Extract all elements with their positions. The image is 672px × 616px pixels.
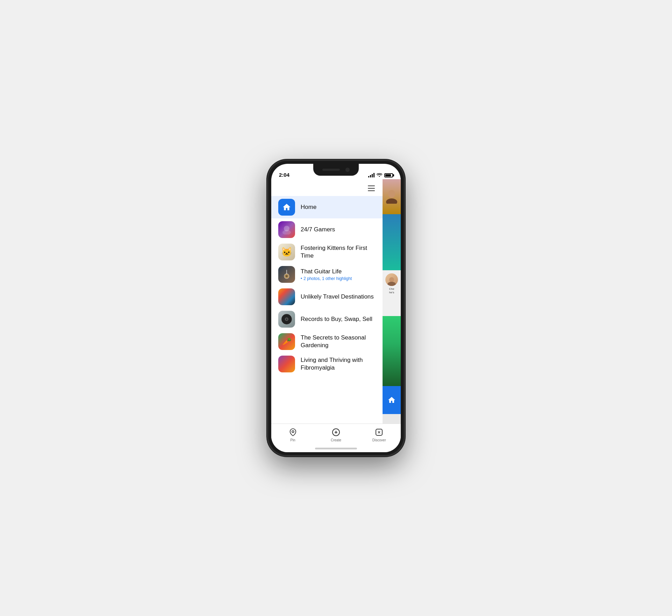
svg-point-5 (282, 230, 291, 234)
guitar-item-title: That Guitar Life (301, 268, 376, 275)
seasonal-thumb: 🥕 (278, 333, 295, 350)
svg-point-3 (387, 282, 396, 286)
pin-label: Pin (290, 438, 295, 442)
drawer-item-guitar[interactable]: That Guitar Life 2 photos, 1 other highl… (271, 263, 383, 286)
wifi-icon (377, 173, 382, 178)
records-item-text: Records to Buy, Swap, Sell (301, 315, 376, 323)
svg-point-8 (286, 275, 288, 277)
fibromyalgia-thumb (278, 356, 295, 372)
right-card-5 (383, 386, 401, 414)
guitar-icon (282, 269, 291, 280)
hamburger-line-3 (368, 190, 375, 191)
guitar-thumb (278, 266, 295, 283)
nav-item-discover[interactable]: Discover (358, 427, 401, 442)
gamers-item-text: 24/7 Gamers (301, 226, 376, 233)
travel-thumb (278, 288, 295, 305)
gamers-icon (282, 225, 292, 234)
records-thumb (278, 311, 295, 328)
drawer: Home 24/7 Gamers (271, 179, 383, 424)
svg-point-1 (386, 198, 397, 204)
nav-item-create[interactable]: Create (314, 427, 357, 442)
travel-item-title: Unlikely Travel Destinations (301, 293, 376, 301)
svg-point-0 (388, 190, 395, 198)
right-panel: Chehe's (383, 179, 401, 424)
records-icon (281, 313, 293, 325)
content-area: Chehe's (271, 179, 401, 424)
phone-device: 2:04 (268, 160, 404, 456)
hamburger-button[interactable] (365, 182, 378, 195)
guitar-item-subtitle: 2 photos, 1 other highlight (301, 276, 376, 281)
phone-screen: 2:04 (271, 164, 401, 452)
kittens-item-title: Fostering Kittens for First Time (301, 244, 376, 260)
svg-point-11 (286, 318, 287, 320)
right-card-3: Chehe's (383, 271, 401, 316)
bottom-nav: Pin Create (271, 424, 401, 452)
hamburger-line-1 (368, 186, 375, 186)
home-thumb (278, 199, 295, 216)
drawer-item-travel[interactable]: Unlikely Travel Destinations (271, 286, 383, 308)
camera (345, 168, 350, 172)
drawer-item-kittens[interactable]: 🐱 Fostering Kittens for First Time (271, 241, 383, 263)
right-panel-text: Chehe's (388, 287, 395, 295)
create-icon (331, 427, 341, 437)
right-card-4 (383, 316, 401, 386)
seasonal-item-text: The Secrets to Seasonal Gardening (301, 334, 376, 349)
drawer-item-fibromyalgia[interactable]: Living and Thriving with Fibromyalgia (271, 353, 383, 375)
gamers-thumb (278, 221, 295, 238)
fibromyalgia-item-title: Living and Thriving with Fibromyalgia (301, 356, 376, 372)
travel-item-text: Unlikely Travel Destinations (301, 293, 376, 301)
records-item-title: Records to Buy, Swap, Sell (301, 315, 376, 323)
hamburger-line-2 (368, 188, 375, 189)
home-item-title: Home (301, 203, 376, 211)
svg-point-2 (389, 277, 394, 282)
drawer-item-seasonal[interactable]: 🥕 The Secrets to Seasonal Gardening (271, 330, 383, 353)
status-icons (368, 173, 393, 178)
signal-icon (368, 173, 374, 177)
battery-fill (385, 174, 391, 176)
home-indicator (315, 448, 357, 449)
speaker (322, 169, 340, 171)
status-time: 2:04 (279, 172, 289, 178)
svg-point-12 (292, 430, 294, 433)
home-item-text: Home (301, 203, 376, 211)
fibromyalgia-item-text: Living and Thriving with Fibromyalgia (301, 356, 376, 372)
notch (313, 164, 359, 176)
gamers-item-title: 24/7 Gamers (301, 226, 376, 233)
battery-icon (384, 173, 393, 177)
kittens-thumb: 🐱 (278, 244, 295, 260)
kittens-icon: 🐱 (281, 247, 292, 258)
discover-label: Discover (372, 438, 386, 442)
kittens-item-text: Fostering Kittens for First Time (301, 244, 376, 260)
drawer-item-records[interactable]: Records to Buy, Swap, Sell (271, 308, 383, 330)
guitar-item-text: That Guitar Life 2 photos, 1 other highl… (301, 268, 376, 281)
seasonal-icon: 🥕 (282, 337, 292, 346)
drawer-item-home[interactable]: Home (271, 196, 383, 218)
right-card-1 (383, 179, 401, 214)
home-icon (282, 203, 291, 212)
create-label: Create (331, 438, 341, 442)
drawer-header (271, 179, 383, 196)
pin-icon (288, 427, 298, 437)
drawer-item-gamers[interactable]: 24/7 Gamers (271, 218, 383, 241)
discover-icon (374, 427, 384, 437)
seasonal-item-title: The Secrets to Seasonal Gardening (301, 334, 376, 349)
nav-item-pin[interactable]: Pin (271, 427, 314, 442)
right-card-2 (383, 214, 401, 270)
